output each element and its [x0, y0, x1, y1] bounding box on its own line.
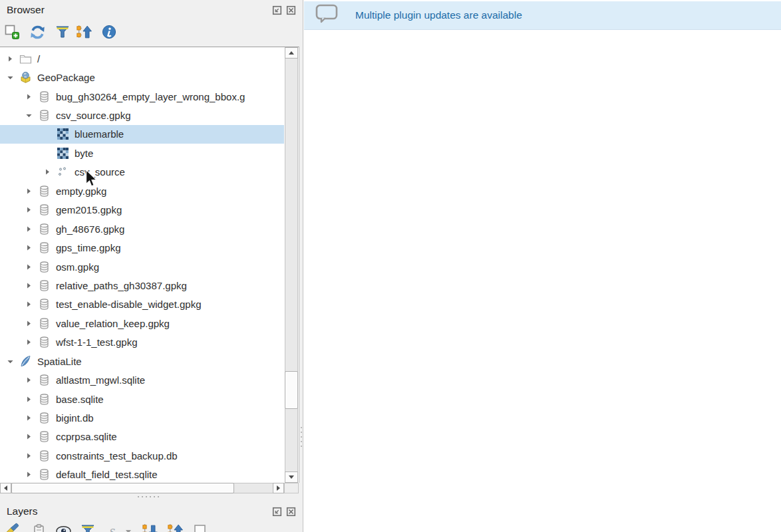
- tree-item-label: bluemarble: [75, 128, 124, 140]
- tree-item-wfst-1-1-test-gpkg[interactable]: wfst-1-1_test.gpkg: [0, 333, 284, 352]
- tree-item-bug-gh30264-empty-layer-wrong-bbox-g[interactable]: bug_gh30264_empty_layer_wrong_bbox.g: [0, 87, 284, 106]
- expander-collapsed-icon[interactable]: [24, 337, 34, 348]
- expander-spacer: [43, 129, 53, 140]
- tree-item-label: gps_time.gpkg: [56, 242, 121, 253]
- tree-item-bluemarble[interactable]: bluemarble: [0, 125, 284, 144]
- filter-by-expression-button[interactable]: ε: [104, 523, 120, 532]
- expander-collapsed-icon[interactable]: [24, 91, 34, 102]
- plugin-update-notification-bar[interactable]: Multiple plugin updates are available: [304, 1, 781, 30]
- collapse-all-icon: [167, 523, 184, 532]
- scroll-left-button[interactable]: [0, 483, 11, 493]
- expander-expanded-icon[interactable]: [5, 72, 15, 83]
- expand-all-button[interactable]: [142, 523, 158, 532]
- manage-map-themes-button[interactable]: [55, 523, 71, 532]
- tree-item-empty-gpkg[interactable]: empty.gpkg: [0, 182, 284, 200]
- float-panel-button[interactable]: [272, 507, 282, 517]
- refresh-button[interactable]: [29, 24, 45, 40]
- tree-item-value-relation-keep-gpkg[interactable]: value_relation_keep.gpkg: [0, 314, 284, 332]
- arrow-up-icon: [289, 51, 294, 55]
- layers-toolbar: ε: [4, 523, 218, 532]
- tree-item-label: csv_source: [75, 166, 125, 178]
- expander-collapsed-icon[interactable]: [24, 223, 34, 234]
- browser-tree: /GeoPackagebug_gh30264_empty_layer_wrong…: [0, 47, 299, 483]
- float-icon: [272, 507, 282, 519]
- collapse-all-button[interactable]: [76, 24, 92, 40]
- tree-item-osm-gpkg[interactable]: osm.gpkg: [0, 257, 284, 276]
- scrollbar-thumb[interactable]: [285, 371, 298, 409]
- browser-toolbar: [4, 24, 126, 40]
- scroll-down-button[interactable]: [285, 471, 298, 483]
- tree-item-label: byte: [75, 148, 93, 159]
- filter-icon: [55, 25, 70, 39]
- tree-item-constraints-test-backup-db[interactable]: constraints_test_backup.db: [0, 446, 284, 465]
- map-canvas-area[interactable]: Multiple plugin updates are available: [303, 0, 781, 532]
- expander-collapsed-icon[interactable]: [24, 280, 34, 291]
- expander-collapsed-icon[interactable]: [24, 299, 34, 310]
- left-dock: Browser /GeoPackagebug_gh30264_empty_lay…: [0, 0, 303, 532]
- open-layer-styling-button[interactable]: [4, 523, 20, 532]
- tree-item-base-sqlite[interactable]: base.sqlite: [0, 390, 284, 408]
- expander-collapsed-icon[interactable]: [5, 53, 15, 64]
- collapse-all-icon: [76, 24, 92, 41]
- tree-item-label: altlastm_mgwl.sqlite: [56, 374, 145, 386]
- panel-splitter-handle[interactable]: [0, 493, 303, 501]
- add-group-button[interactable]: [31, 523, 47, 532]
- tree-item-geopackage[interactable]: GeoPackage: [0, 68, 284, 86]
- filter-legend-button[interactable]: [80, 523, 96, 532]
- add-selected-layers-button[interactable]: [4, 24, 20, 40]
- expander-expanded-icon[interactable]: [5, 356, 15, 366]
- filter-browser-button[interactable]: [55, 24, 71, 40]
- tree-item-relative-paths-gh30387-gpkg[interactable]: relative_paths_gh30387.gpkg: [0, 276, 284, 295]
- tree-item-label: ccprpsa.sqlite: [56, 431, 117, 442]
- expander-collapsed-icon[interactable]: [24, 394, 34, 404]
- close-panel-button[interactable]: [286, 507, 296, 517]
- expander-expanded-icon[interactable]: [24, 110, 34, 121]
- float-panel-button[interactable]: [272, 5, 282, 15]
- layers-panel-title: Layers: [7, 505, 38, 517]
- tree-item-altlastm-mgwl-sqlite[interactable]: altlastm_mgwl.sqlite: [0, 370, 284, 389]
- arrow-down-icon: [289, 475, 294, 479]
- close-panel-button[interactable]: [286, 5, 296, 15]
- tree-item-gps-time-gpkg[interactable]: gps_time.gpkg: [0, 238, 284, 257]
- expression-dropdown-button[interactable]: [120, 523, 136, 532]
- expander-collapsed-icon[interactable]: [24, 186, 34, 196]
- expander-collapsed-icon[interactable]: [24, 413, 34, 424]
- expander-collapsed-icon[interactable]: [24, 375, 34, 386]
- database-icon: [38, 109, 51, 122]
- tree-item-label: /: [37, 53, 40, 65]
- tree-item-test-enable-disable-widget-gpkg[interactable]: test_enable-disable_widget.gpkg: [0, 295, 284, 314]
- tree-item-label: test_enable-disable_widget.gpkg: [56, 299, 202, 310]
- tree-item-byte[interactable]: byte: [0, 144, 284, 162]
- remove-layer-button[interactable]: [192, 523, 208, 532]
- database-icon: [38, 279, 51, 292]
- tree-item-label: value_relation_keep.gpkg: [56, 318, 170, 329]
- expander-collapsed-icon[interactable]: [24, 318, 34, 329]
- tree-item-csv-source[interactable]: csv_source: [0, 163, 284, 182]
- tree-item-ccprpsa-sqlite[interactable]: ccprpsa.sqlite: [0, 428, 284, 446]
- tree-item-default-field-test-sqlite[interactable]: default_field_test.sqlite: [0, 466, 284, 483]
- scroll-right-button[interactable]: [273, 483, 284, 493]
- expander-collapsed-icon[interactable]: [24, 432, 34, 442]
- expander-collapsed-icon[interactable]: [24, 469, 34, 480]
- tree-item-csv-source-gpkg[interactable]: csv_source.gpkg: [0, 106, 284, 124]
- tree-item-gh-48676-gpkg[interactable]: gh_48676.gpkg: [0, 219, 284, 238]
- properties-widget-button[interactable]: [101, 24, 117, 40]
- tree-item-gem2015-gpkg[interactable]: gem2015.gpkg: [0, 201, 284, 219]
- tree-item-spatialite[interactable]: SpatiaLite: [0, 352, 284, 370]
- database-icon: [38, 336, 51, 348]
- tree-item-bigint-db[interactable]: bigint.db: [0, 408, 284, 427]
- scrollbar-groove[interactable]: [285, 59, 298, 471]
- notification-message[interactable]: Multiple plugin updates are available: [355, 9, 522, 21]
- browser-panel-header: Browser: [0, 0, 303, 20]
- expander-collapsed-icon[interactable]: [24, 450, 34, 461]
- tree-item-root[interactable]: /: [0, 49, 284, 68]
- tree-item-label: wfst-1-1_test.gpkg: [56, 336, 138, 348]
- expander-collapsed-icon[interactable]: [24, 243, 34, 253]
- scrollbar-thumb[interactable]: [11, 483, 234, 493]
- tree-item-label: bug_gh30264_empty_layer_wrong_bbox.g: [56, 91, 245, 102]
- expander-collapsed-icon[interactable]: [24, 205, 34, 215]
- expander-collapsed-icon[interactable]: [24, 261, 34, 272]
- collapse-all-button[interactable]: [167, 523, 183, 532]
- scroll-up-button[interactable]: [285, 47, 298, 59]
- expander-collapsed-icon[interactable]: [43, 167, 53, 178]
